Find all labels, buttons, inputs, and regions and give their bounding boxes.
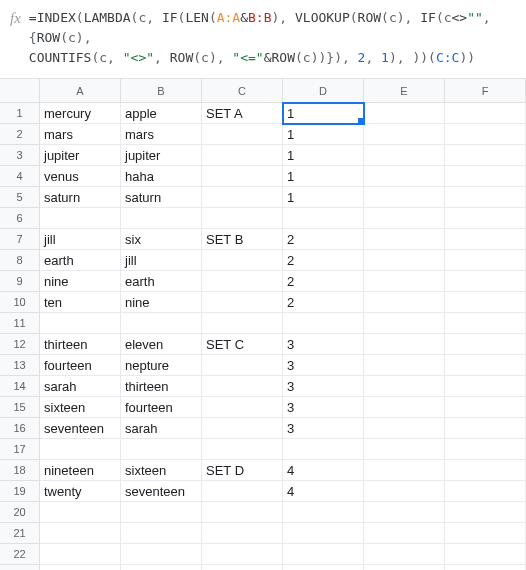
column-header-a[interactable]: A	[40, 79, 121, 103]
cell-e2[interactable]	[364, 124, 445, 145]
cell-f2[interactable]	[445, 124, 526, 145]
cell-e22[interactable]	[364, 544, 445, 565]
cell-c22[interactable]	[202, 544, 283, 565]
row-header[interactable]: 4	[0, 166, 40, 187]
cell-b6[interactable]	[121, 208, 202, 229]
cell-f3[interactable]	[445, 145, 526, 166]
cell-e13[interactable]	[364, 355, 445, 376]
cell-e1[interactable]	[364, 103, 445, 124]
cell-c10[interactable]	[202, 292, 283, 313]
cell-e8[interactable]	[364, 250, 445, 271]
cell-b9[interactable]: earth	[121, 271, 202, 292]
cell-d5[interactable]: 1	[283, 187, 364, 208]
cell-a17[interactable]	[40, 439, 121, 460]
row-header[interactable]: 23	[0, 565, 40, 570]
cell-f10[interactable]	[445, 292, 526, 313]
cell-e6[interactable]	[364, 208, 445, 229]
cell-e21[interactable]	[364, 523, 445, 544]
row-header[interactable]: 11	[0, 313, 40, 334]
cell-e23[interactable]	[364, 565, 445, 570]
cell-c8[interactable]	[202, 250, 283, 271]
cell-f1[interactable]	[445, 103, 526, 124]
cell-d2[interactable]: 1	[283, 124, 364, 145]
cell-c19[interactable]	[202, 481, 283, 502]
row-header[interactable]: 15	[0, 397, 40, 418]
row-header[interactable]: 20	[0, 502, 40, 523]
cell-c7[interactable]: SET B	[202, 229, 283, 250]
cell-a13[interactable]: fourteen	[40, 355, 121, 376]
row-header[interactable]: 9	[0, 271, 40, 292]
cell-b18[interactable]: sixteen	[121, 460, 202, 481]
formula-text[interactable]: =INDEX(LAMBDA(c, IF(LEN(A:A&B:B), VLOOKU…	[29, 8, 520, 68]
cell-d15[interactable]: 3	[283, 397, 364, 418]
cell-e19[interactable]	[364, 481, 445, 502]
cell-d20[interactable]	[283, 502, 364, 523]
column-header-e[interactable]: E	[364, 79, 445, 103]
cell-d16[interactable]: 3	[283, 418, 364, 439]
cell-d14[interactable]: 3	[283, 376, 364, 397]
select-all-corner[interactable]	[0, 79, 40, 103]
row-header[interactable]: 18	[0, 460, 40, 481]
cell-b23[interactable]	[121, 565, 202, 570]
cell-e12[interactable]	[364, 334, 445, 355]
cell-a5[interactable]: saturn	[40, 187, 121, 208]
cell-c6[interactable]	[202, 208, 283, 229]
cell-c12[interactable]: SET C	[202, 334, 283, 355]
cell-c2[interactable]	[202, 124, 283, 145]
cell-e15[interactable]	[364, 397, 445, 418]
spreadsheet-grid[interactable]: ABCDEF 1mercuryappleSET A12marsmars13jup…	[0, 79, 526, 570]
cell-f16[interactable]	[445, 418, 526, 439]
cell-f11[interactable]	[445, 313, 526, 334]
cell-a14[interactable]: sarah	[40, 376, 121, 397]
cell-a10[interactable]: ten	[40, 292, 121, 313]
cell-c1[interactable]: SET A	[202, 103, 283, 124]
cell-f5[interactable]	[445, 187, 526, 208]
cell-d1[interactable]: 1	[283, 103, 364, 124]
row-header[interactable]: 12	[0, 334, 40, 355]
cell-e10[interactable]	[364, 292, 445, 313]
cell-a2[interactable]: mars	[40, 124, 121, 145]
cell-c9[interactable]	[202, 271, 283, 292]
cell-f20[interactable]	[445, 502, 526, 523]
cell-d12[interactable]: 3	[283, 334, 364, 355]
cell-c15[interactable]	[202, 397, 283, 418]
cell-a12[interactable]: thirteen	[40, 334, 121, 355]
cell-f14[interactable]	[445, 376, 526, 397]
cell-f8[interactable]	[445, 250, 526, 271]
cell-a6[interactable]	[40, 208, 121, 229]
cell-f21[interactable]	[445, 523, 526, 544]
cell-a20[interactable]	[40, 502, 121, 523]
row-header[interactable]: 22	[0, 544, 40, 565]
cell-a23[interactable]	[40, 565, 121, 570]
cell-a16[interactable]: seventeen	[40, 418, 121, 439]
row-header[interactable]: 17	[0, 439, 40, 460]
cell-d11[interactable]	[283, 313, 364, 334]
cell-f4[interactable]	[445, 166, 526, 187]
cell-e9[interactable]	[364, 271, 445, 292]
cell-d17[interactable]	[283, 439, 364, 460]
cell-a3[interactable]: jupiter	[40, 145, 121, 166]
cell-f18[interactable]	[445, 460, 526, 481]
row-header[interactable]: 1	[0, 103, 40, 124]
cell-a8[interactable]: earth	[40, 250, 121, 271]
cell-b22[interactable]	[121, 544, 202, 565]
cell-e3[interactable]	[364, 145, 445, 166]
cell-b11[interactable]	[121, 313, 202, 334]
cell-b7[interactable]: six	[121, 229, 202, 250]
cell-b20[interactable]	[121, 502, 202, 523]
row-header[interactable]: 5	[0, 187, 40, 208]
cell-b8[interactable]: jill	[121, 250, 202, 271]
cell-d23[interactable]	[283, 565, 364, 570]
cell-c18[interactable]: SET D	[202, 460, 283, 481]
row-header[interactable]: 16	[0, 418, 40, 439]
cell-c4[interactable]	[202, 166, 283, 187]
cell-e4[interactable]	[364, 166, 445, 187]
cell-e5[interactable]	[364, 187, 445, 208]
cell-f9[interactable]	[445, 271, 526, 292]
cell-a11[interactable]	[40, 313, 121, 334]
cell-b10[interactable]: nine	[121, 292, 202, 313]
cell-b12[interactable]: eleven	[121, 334, 202, 355]
column-header-c[interactable]: C	[202, 79, 283, 103]
cell-d7[interactable]: 2	[283, 229, 364, 250]
cell-c5[interactable]	[202, 187, 283, 208]
